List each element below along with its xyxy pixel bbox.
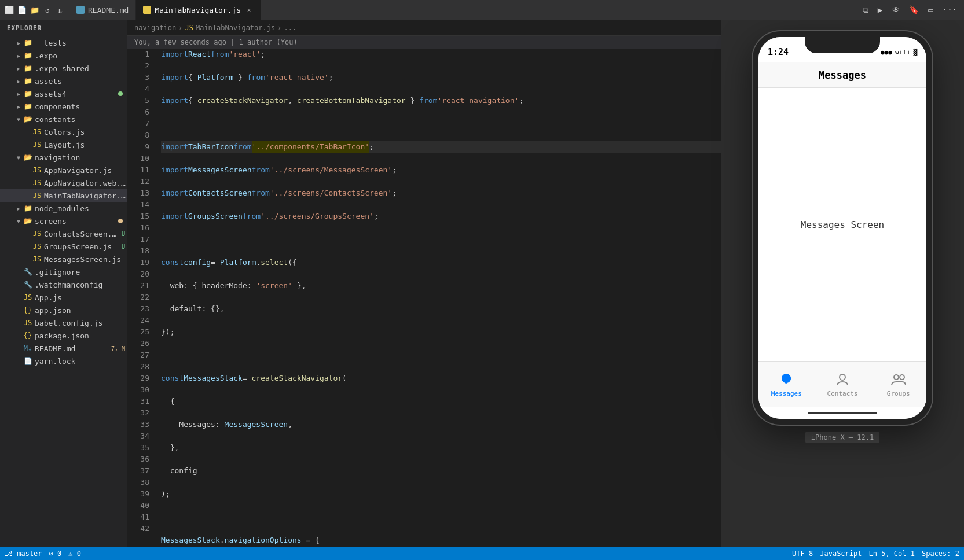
sidebar-item-label: package.json xyxy=(35,331,127,340)
folder-icon: 📁 xyxy=(23,51,32,60)
sidebar-item-maintabnavigator[interactable]: JS MainTabNavigator.js xyxy=(0,189,127,202)
tab-maintabnavigator[interactable]: MainTabNavigator.js × xyxy=(136,0,261,20)
sidebar-item-navigation[interactable]: ▼ 📂 navigation xyxy=(0,151,127,164)
arrow-spacer xyxy=(23,229,32,238)
new-folder-icon[interactable]: 📁 xyxy=(30,5,39,14)
arrow-icon: ▼ xyxy=(14,153,23,162)
tab-readme[interactable]: README.md xyxy=(69,0,136,20)
sidebar-item-assets[interactable]: ▶ 📁 assets xyxy=(0,75,127,87)
folder-icon: 📁 xyxy=(23,38,32,47)
breadcrumb-js-icon: JS xyxy=(185,24,193,32)
phone-nav-bar: Messages xyxy=(758,62,926,88)
arrow-icon: ▼ xyxy=(14,115,23,124)
sidebar-item-label: .gitignore xyxy=(35,268,127,277)
arrow-icon: ▶ xyxy=(14,102,23,111)
sidebar-item-app[interactable]: JS App.js xyxy=(0,291,127,304)
phone-screen-title: Messages xyxy=(819,69,866,81)
arrow-spacer xyxy=(23,178,32,187)
git-status-dot xyxy=(118,219,123,223)
encoding: UTF-8 xyxy=(792,550,813,558)
arrow-spacer xyxy=(23,140,32,149)
phone-status-icons: ●●● wifi ▓ xyxy=(881,49,917,56)
title-bar-right: ⧉ ▶ 👁 🔖 ▭ ··· xyxy=(860,5,959,15)
sidebar-item-appnavigator-web[interactable]: JS AppNavigator.web.js xyxy=(0,176,127,189)
sidebar-item-gitignore[interactable]: 🔧 .gitignore xyxy=(0,266,127,278)
bookmark-icon[interactable]: 🔖 xyxy=(907,5,921,14)
phone-tab-groups[interactable]: Groups xyxy=(870,371,926,397)
arrow-spacer xyxy=(23,191,32,200)
sidebar-item-label: ContactsScreen.js xyxy=(44,230,116,238)
sidebar-item-assets4[interactable]: ▶ 📁 assets4 xyxy=(0,87,127,100)
sidebar-item-expo-shared[interactable]: ▶ 📁 .expo-shared xyxy=(0,62,127,75)
sidebar-item-constants[interactable]: ▼ 📂 constants xyxy=(0,113,127,126)
sidebar-item-expo[interactable]: ▶ 📁 .expo xyxy=(0,49,127,62)
preview-icon[interactable]: 👁 xyxy=(889,5,902,14)
folder-icon: 📁 xyxy=(23,64,32,73)
tab-maintabnavigator-label: MainTabNavigator.js xyxy=(155,6,241,14)
phone-tab-contacts[interactable]: Contacts xyxy=(815,371,871,397)
line-numbers: 12345 678910 1112131415 1617181920 21222… xyxy=(127,49,156,547)
sidebar-item-label: AppNavigator.web.js xyxy=(44,179,127,187)
svg-point-4 xyxy=(894,375,899,380)
split-editor-icon[interactable]: ⧉ xyxy=(860,5,871,15)
sidebar-item-yarn-lock[interactable]: 📄 yarn.lock xyxy=(0,355,127,367)
toggle-panel-icon[interactable]: ▭ xyxy=(926,5,935,14)
folder-icon: 📁 xyxy=(23,76,32,86)
svg-marker-2 xyxy=(784,382,787,384)
arrow-icon: ▼ xyxy=(14,216,23,226)
code-editor[interactable]: 12345 678910 1112131415 1617181920 21222… xyxy=(127,49,721,547)
sidebar-item-components[interactable]: ▶ 📁 components xyxy=(0,100,127,113)
js-file-icon: JS xyxy=(32,242,42,251)
md-icon xyxy=(76,6,85,14)
sidebar-item-messages-screen[interactable]: JS MessagesScreen.js xyxy=(0,253,127,266)
sidebar-item-label: Layout.js xyxy=(44,141,127,149)
sidebar-item-node-modules[interactable]: ▶ 📁 node_modules xyxy=(0,202,127,215)
sidebar-item-tests[interactable]: ▶ 📁 __tests__ xyxy=(0,36,127,49)
sidebar-item-label: MainTabNavigator.js xyxy=(44,191,127,200)
sidebar-item-package-json[interactable]: {} package.json xyxy=(0,329,127,342)
phone-home-indicator xyxy=(808,412,877,414)
breadcrumb-bar: navigation › JS MainTabNavigator.js › ..… xyxy=(127,20,721,36)
sidebar-item-label: babel.config.js xyxy=(35,319,127,327)
collapse-icon[interactable]: ⇊ xyxy=(56,5,65,14)
tab-close-button[interactable]: × xyxy=(244,5,254,14)
phone-tab-messages[interactable]: Messages xyxy=(758,371,815,397)
arrow-spacer xyxy=(14,267,23,277)
breadcrumb-symbol: ... xyxy=(284,24,296,32)
json-file-icon: {} xyxy=(23,305,32,315)
sidebar-item-watchmanconfig[interactable]: 🔧 .watchmanconfig xyxy=(0,278,127,291)
messages-tab-icon xyxy=(778,371,794,388)
run-icon[interactable]: ▶ xyxy=(875,5,885,14)
svg-point-1 xyxy=(782,374,791,382)
phone-content-text: Messages Screen xyxy=(801,219,885,230)
sidebar-item-colors[interactable]: JS Colors.js xyxy=(0,126,127,138)
sidebar-item-layout[interactable]: JS Layout.js xyxy=(0,138,127,151)
sidebar-item-label: __tests__ xyxy=(35,39,127,47)
js-file-icon: JS xyxy=(32,140,42,149)
git-branch: ⎇ master xyxy=(5,550,42,558)
sidebar-item-contacts-screen[interactable]: JS ContactsScreen.js U xyxy=(0,227,127,240)
arrow-icon: ▶ xyxy=(14,64,23,73)
refresh-icon[interactable]: ↺ xyxy=(43,5,52,14)
git-info-bar: You, a few seconds ago | 1 author (You) xyxy=(127,36,721,49)
sidebar-item-label: Colors.js xyxy=(44,128,127,137)
sidebar-item-app-json[interactable]: {} app.json xyxy=(0,304,127,316)
sidebar-item-groups-screen[interactable]: JS GroupsScreen.js U xyxy=(0,240,127,253)
sidebar-item-babel[interactable]: JS babel.config.js xyxy=(0,316,127,329)
sidebar-item-readme[interactable]: M↓ README.md 7, M xyxy=(0,342,127,355)
js-file-icon: JS xyxy=(32,191,42,200)
tab-bar: README.md MainTabNavigator.js × xyxy=(69,0,860,20)
explorer-icon: ⬜ xyxy=(5,5,14,14)
sidebar: Explorer ▶ 📁 __tests__ ▶ 📁 .expo ▶ 📁 .ex… xyxy=(0,20,127,547)
phone-frame: 1:24 ●●● wifi ▓ Messages Messages Screen xyxy=(753,31,932,425)
new-file-icon[interactable]: 📄 xyxy=(17,5,27,14)
code-content[interactable]: import React from 'react'; import { Plat… xyxy=(156,49,721,547)
title-bar-icons: ⬜ 📄 📁 ↺ ⇊ xyxy=(5,5,65,14)
more-icon[interactable]: ··· xyxy=(940,5,959,14)
breadcrumb-navigation: navigation xyxy=(134,24,176,32)
arrow-spacer xyxy=(14,331,23,340)
breadcrumb-sep2: › xyxy=(277,24,281,32)
sidebar-item-screens[interactable]: ▼ 📂 screens xyxy=(0,215,127,227)
sidebar-item-label: GroupsScreen.js xyxy=(44,242,116,251)
sidebar-item-appnavigator[interactable]: JS AppNavigator.js xyxy=(0,164,127,176)
